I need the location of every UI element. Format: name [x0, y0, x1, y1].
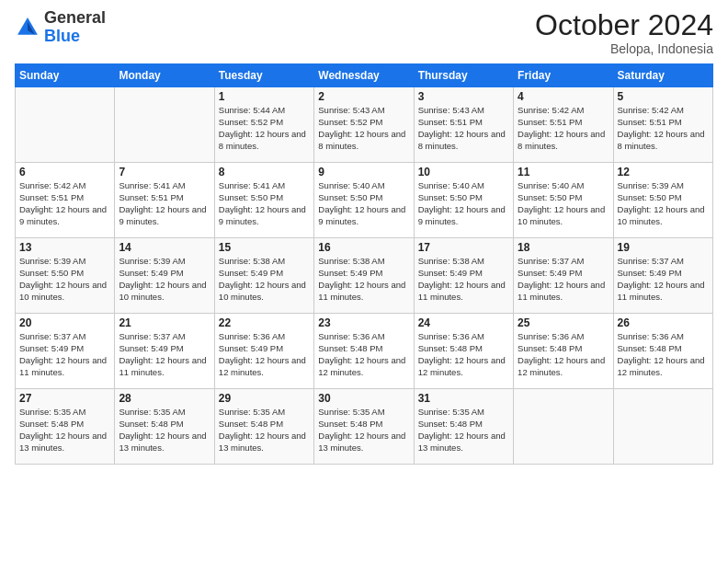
cell-info: Sunrise: 5:43 AMSunset: 5:51 PMDaylight:…	[418, 105, 506, 150]
day-number: 13	[19, 241, 110, 254]
calendar-cell: 2 Sunrise: 5:43 AMSunset: 5:52 PMDayligh…	[314, 87, 414, 163]
cell-info: Sunrise: 5:37 AMSunset: 5:49 PMDaylight:…	[19, 331, 107, 376]
cell-info: Sunrise: 5:40 AMSunset: 5:50 PMDaylight:…	[518, 180, 605, 225]
day-number: 18	[518, 241, 609, 254]
calendar-cell: 26 Sunrise: 5:36 AMSunset: 5:48 PMDaylig…	[613, 314, 712, 389]
calendar-cell: 21 Sunrise: 5:37 AMSunset: 5:49 PMDaylig…	[115, 314, 214, 389]
day-number: 24	[418, 316, 509, 329]
day-number: 8	[219, 166, 310, 178]
calendar-cell: 24 Sunrise: 5:36 AMSunset: 5:48 PMDaylig…	[414, 314, 513, 389]
cell-info: Sunrise: 5:41 AMSunset: 5:51 PMDaylight:…	[119, 180, 206, 225]
calendar-cell	[115, 87, 214, 163]
calendar-cell: 30 Sunrise: 5:35 AMSunset: 5:48 PMDaylig…	[314, 389, 414, 465]
day-number: 15	[219, 241, 310, 254]
cell-info: Sunrise: 5:36 AMSunset: 5:48 PMDaylight:…	[518, 331, 605, 376]
day-number: 1	[219, 90, 310, 103]
cell-info: Sunrise: 5:40 AMSunset: 5:50 PMDaylight:…	[418, 180, 506, 225]
location: Belopa, Indonesia	[535, 41, 713, 56]
header-sunday: Sunday	[16, 64, 115, 87]
calendar-cell	[613, 389, 712, 465]
calendar-cell: 28 Sunrise: 5:35 AMSunset: 5:48 PMDaylig…	[115, 389, 214, 465]
calendar-cell: 10 Sunrise: 5:40 AMSunset: 5:50 PMDaylig…	[414, 163, 513, 238]
day-number: 12	[618, 166, 709, 178]
cell-info: Sunrise: 5:35 AMSunset: 5:48 PMDaylight:…	[119, 407, 206, 452]
calendar-cell: 3 Sunrise: 5:43 AMSunset: 5:51 PMDayligh…	[414, 87, 513, 163]
calendar-cell: 7 Sunrise: 5:41 AMSunset: 5:51 PMDayligh…	[115, 163, 214, 238]
header-friday: Friday	[514, 64, 613, 87]
day-number: 6	[19, 166, 110, 178]
day-number: 3	[418, 90, 509, 103]
cell-info: Sunrise: 5:36 AMSunset: 5:48 PMDaylight:…	[318, 331, 405, 376]
day-number: 4	[518, 90, 609, 103]
cell-info: Sunrise: 5:42 AMSunset: 5:51 PMDaylight:…	[19, 180, 107, 225]
calendar-cell	[514, 389, 613, 465]
header: General Blue October 2024 Belopa, Indone…	[15, 9, 713, 56]
calendar-week-5: 27 Sunrise: 5:35 AMSunset: 5:48 PMDaylig…	[16, 389, 713, 465]
logo-icon	[15, 15, 40, 40]
cell-info: Sunrise: 5:38 AMSunset: 5:49 PMDaylight:…	[318, 256, 405, 301]
day-number: 19	[618, 241, 709, 254]
cell-info: Sunrise: 5:35 AMSunset: 5:48 PMDaylight:…	[19, 407, 107, 452]
day-number: 14	[119, 241, 210, 254]
cell-info: Sunrise: 5:37 AMSunset: 5:49 PMDaylight:…	[618, 256, 705, 301]
day-number: 28	[119, 392, 210, 405]
calendar-cell: 16 Sunrise: 5:38 AMSunset: 5:49 PMDaylig…	[314, 238, 414, 314]
title-block: October 2024 Belopa, Indonesia	[535, 9, 713, 56]
calendar-table: Sunday Monday Tuesday Wednesday Thursday…	[15, 63, 713, 465]
calendar-week-4: 20 Sunrise: 5:37 AMSunset: 5:49 PMDaylig…	[16, 314, 713, 389]
logo-blue: Blue	[44, 27, 80, 45]
day-number: 30	[318, 392, 409, 405]
cell-info: Sunrise: 5:41 AMSunset: 5:50 PMDaylight:…	[219, 180, 306, 225]
calendar-cell: 6 Sunrise: 5:42 AMSunset: 5:51 PMDayligh…	[16, 163, 115, 238]
header-saturday: Saturday	[613, 64, 712, 87]
cell-info: Sunrise: 5:39 AMSunset: 5:49 PMDaylight:…	[119, 256, 206, 301]
cell-info: Sunrise: 5:36 AMSunset: 5:48 PMDaylight:…	[618, 331, 705, 376]
calendar-cell: 9 Sunrise: 5:40 AMSunset: 5:50 PMDayligh…	[314, 163, 414, 238]
cell-info: Sunrise: 5:35 AMSunset: 5:48 PMDaylight:…	[219, 407, 306, 452]
logo: General Blue	[15, 9, 106, 46]
logo-text: General Blue	[44, 9, 106, 46]
calendar-cell: 12 Sunrise: 5:39 AMSunset: 5:50 PMDaylig…	[613, 163, 712, 238]
calendar-week-2: 6 Sunrise: 5:42 AMSunset: 5:51 PMDayligh…	[16, 163, 713, 238]
day-number: 25	[518, 316, 609, 329]
day-number: 31	[418, 392, 509, 405]
cell-info: Sunrise: 5:35 AMSunset: 5:48 PMDaylight:…	[318, 407, 405, 452]
header-monday: Monday	[115, 64, 214, 87]
weekday-header-row: Sunday Monday Tuesday Wednesday Thursday…	[16, 64, 713, 87]
calendar-week-1: 1 Sunrise: 5:44 AMSunset: 5:52 PMDayligh…	[16, 87, 713, 163]
day-number: 2	[318, 90, 409, 103]
cell-info: Sunrise: 5:44 AMSunset: 5:52 PMDaylight:…	[219, 105, 306, 150]
day-number: 5	[618, 90, 709, 103]
cell-info: Sunrise: 5:39 AMSunset: 5:50 PMDaylight:…	[19, 256, 107, 301]
calendar-cell: 4 Sunrise: 5:42 AMSunset: 5:51 PMDayligh…	[514, 87, 613, 163]
calendar-week-3: 13 Sunrise: 5:39 AMSunset: 5:50 PMDaylig…	[16, 238, 713, 314]
day-number: 17	[418, 241, 509, 254]
calendar-cell: 19 Sunrise: 5:37 AMSunset: 5:49 PMDaylig…	[613, 238, 712, 314]
calendar-cell: 18 Sunrise: 5:37 AMSunset: 5:49 PMDaylig…	[514, 238, 613, 314]
cell-info: Sunrise: 5:42 AMSunset: 5:51 PMDaylight:…	[518, 105, 605, 150]
day-number: 29	[219, 392, 310, 405]
day-number: 9	[318, 166, 409, 178]
cell-info: Sunrise: 5:37 AMSunset: 5:49 PMDaylight:…	[518, 256, 605, 301]
cell-info: Sunrise: 5:35 AMSunset: 5:48 PMDaylight:…	[418, 407, 506, 452]
cell-info: Sunrise: 5:39 AMSunset: 5:50 PMDaylight:…	[618, 180, 705, 225]
calendar-cell: 20 Sunrise: 5:37 AMSunset: 5:49 PMDaylig…	[16, 314, 115, 389]
calendar-cell: 23 Sunrise: 5:36 AMSunset: 5:48 PMDaylig…	[314, 314, 414, 389]
header-wednesday: Wednesday	[314, 64, 414, 87]
logo-general: General	[44, 8, 106, 27]
day-number: 7	[119, 166, 210, 178]
calendar-cell: 22 Sunrise: 5:36 AMSunset: 5:49 PMDaylig…	[214, 314, 313, 389]
day-number: 27	[19, 392, 110, 405]
cell-info: Sunrise: 5:43 AMSunset: 5:52 PMDaylight:…	[318, 105, 405, 150]
calendar-cell: 8 Sunrise: 5:41 AMSunset: 5:50 PMDayligh…	[214, 163, 313, 238]
calendar-cell: 14 Sunrise: 5:39 AMSunset: 5:49 PMDaylig…	[115, 238, 214, 314]
month-title: October 2024	[535, 9, 713, 41]
cell-info: Sunrise: 5:38 AMSunset: 5:49 PMDaylight:…	[219, 256, 306, 301]
day-number: 21	[119, 316, 210, 329]
day-number: 22	[219, 316, 310, 329]
calendar-cell: 27 Sunrise: 5:35 AMSunset: 5:48 PMDaylig…	[16, 389, 115, 465]
header-tuesday: Tuesday	[214, 64, 313, 87]
day-number: 20	[19, 316, 110, 329]
calendar-cell: 17 Sunrise: 5:38 AMSunset: 5:49 PMDaylig…	[414, 238, 513, 314]
cell-info: Sunrise: 5:38 AMSunset: 5:49 PMDaylight:…	[418, 256, 506, 301]
